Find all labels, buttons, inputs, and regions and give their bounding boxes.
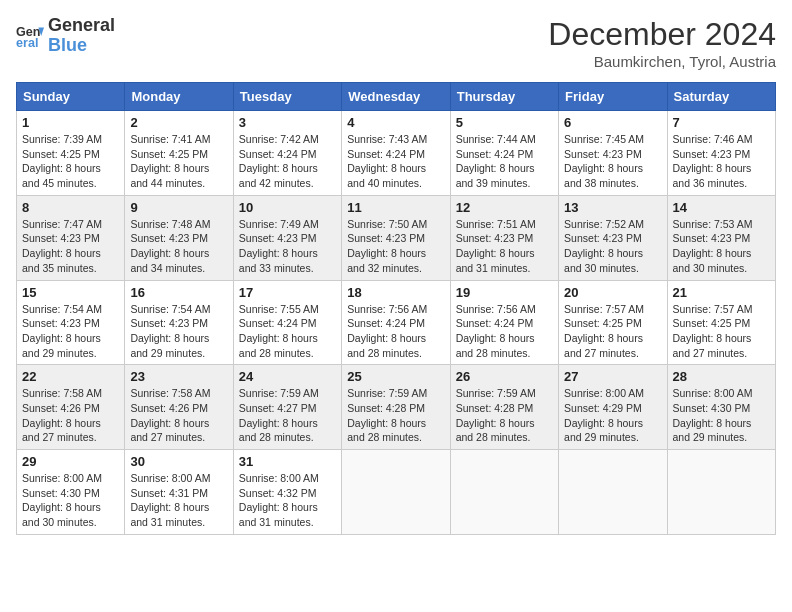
day-info: Sunrise: 8:00 AM Sunset: 4:30 PM Dayligh… [22,471,119,530]
calendar-cell: 16 Sunrise: 7:54 AM Sunset: 4:23 PM Dayl… [125,280,233,365]
day-number: 22 [22,369,119,384]
daylight-hours: Daylight: 8 hours and 35 minutes. [22,247,101,274]
calendar-cell: 29 Sunrise: 8:00 AM Sunset: 4:30 PM Dayl… [17,450,125,535]
daylight-hours: Daylight: 8 hours and 27 minutes. [673,332,752,359]
weekday-header-saturday: Saturday [667,83,775,111]
day-info: Sunrise: 7:59 AM Sunset: 4:28 PM Dayligh… [347,386,444,445]
day-number: 12 [456,200,553,215]
daylight-hours: Daylight: 8 hours and 39 minutes. [456,162,535,189]
calendar-table: SundayMondayTuesdayWednesdayThursdayFrid… [16,82,776,535]
calendar-cell: 15 Sunrise: 7:54 AM Sunset: 4:23 PM Dayl… [17,280,125,365]
day-info: Sunrise: 7:54 AM Sunset: 4:23 PM Dayligh… [22,302,119,361]
daylight-hours: Daylight: 8 hours and 28 minutes. [239,332,318,359]
daylight-hours: Daylight: 8 hours and 28 minutes. [239,417,318,444]
daylight-hours: Daylight: 8 hours and 31 minutes. [239,501,318,528]
sunrise-time: Sunrise: 7:50 AM [347,218,427,230]
weekday-header-wednesday: Wednesday [342,83,450,111]
sunrise-time: Sunrise: 8:00 AM [22,472,102,484]
calendar-cell: 22 Sunrise: 7:58 AM Sunset: 4:26 PM Dayl… [17,365,125,450]
day-number: 15 [22,285,119,300]
sunrise-time: Sunrise: 8:00 AM [130,472,210,484]
daylight-hours: Daylight: 8 hours and 38 minutes. [564,162,643,189]
daylight-hours: Daylight: 8 hours and 34 minutes. [130,247,209,274]
day-info: Sunrise: 8:00 AM Sunset: 4:30 PM Dayligh… [673,386,770,445]
daylight-hours: Daylight: 8 hours and 30 minutes. [564,247,643,274]
sunset-time: Sunset: 4:24 PM [456,317,534,329]
daylight-hours: Daylight: 8 hours and 29 minutes. [130,332,209,359]
day-number: 1 [22,115,119,130]
day-info: Sunrise: 7:56 AM Sunset: 4:24 PM Dayligh… [456,302,553,361]
calendar-cell: 24 Sunrise: 7:59 AM Sunset: 4:27 PM Dayl… [233,365,341,450]
sunrise-time: Sunrise: 7:54 AM [22,303,102,315]
daylight-hours: Daylight: 8 hours and 44 minutes. [130,162,209,189]
day-info: Sunrise: 7:59 AM Sunset: 4:28 PM Dayligh… [456,386,553,445]
calendar-cell: 27 Sunrise: 8:00 AM Sunset: 4:29 PM Dayl… [559,365,667,450]
title-block: December 2024 Baumkirchen, Tyrol, Austri… [548,16,776,70]
sunset-time: Sunset: 4:23 PM [564,148,642,160]
daylight-hours: Daylight: 8 hours and 45 minutes. [22,162,101,189]
day-info: Sunrise: 7:50 AM Sunset: 4:23 PM Dayligh… [347,217,444,276]
day-info: Sunrise: 7:44 AM Sunset: 4:24 PM Dayligh… [456,132,553,191]
calendar-cell [342,450,450,535]
daylight-hours: Daylight: 8 hours and 33 minutes. [239,247,318,274]
sunrise-time: Sunrise: 7:59 AM [456,387,536,399]
day-number: 6 [564,115,661,130]
day-number: 16 [130,285,227,300]
sunrise-time: Sunrise: 7:42 AM [239,133,319,145]
day-number: 31 [239,454,336,469]
daylight-hours: Daylight: 8 hours and 31 minutes. [130,501,209,528]
sunset-time: Sunset: 4:28 PM [347,402,425,414]
day-number: 29 [22,454,119,469]
daylight-hours: Daylight: 8 hours and 27 minutes. [22,417,101,444]
sunrise-time: Sunrise: 7:58 AM [130,387,210,399]
calendar-cell [450,450,558,535]
day-info: Sunrise: 7:48 AM Sunset: 4:23 PM Dayligh… [130,217,227,276]
sunset-time: Sunset: 4:25 PM [673,317,751,329]
sunset-time: Sunset: 4:23 PM [673,148,751,160]
sunset-time: Sunset: 4:24 PM [456,148,534,160]
daylight-hours: Daylight: 8 hours and 28 minutes. [347,332,426,359]
sunset-time: Sunset: 4:30 PM [673,402,751,414]
calendar-cell: 25 Sunrise: 7:59 AM Sunset: 4:28 PM Dayl… [342,365,450,450]
logo: Gen eral GeneralBlue [16,16,115,56]
sunset-time: Sunset: 4:24 PM [239,148,317,160]
calendar-cell: 5 Sunrise: 7:44 AM Sunset: 4:24 PM Dayli… [450,111,558,196]
sunset-time: Sunset: 4:23 PM [456,232,534,244]
week-row-4: 22 Sunrise: 7:58 AM Sunset: 4:26 PM Dayl… [17,365,776,450]
calendar-cell: 8 Sunrise: 7:47 AM Sunset: 4:23 PM Dayli… [17,195,125,280]
sunset-time: Sunset: 4:24 PM [347,148,425,160]
sunrise-time: Sunrise: 7:58 AM [22,387,102,399]
day-number: 18 [347,285,444,300]
day-number: 21 [673,285,770,300]
calendar-cell: 10 Sunrise: 7:49 AM Sunset: 4:23 PM Dayl… [233,195,341,280]
day-info: Sunrise: 7:56 AM Sunset: 4:24 PM Dayligh… [347,302,444,361]
day-info: Sunrise: 7:45 AM Sunset: 4:23 PM Dayligh… [564,132,661,191]
day-number: 4 [347,115,444,130]
sunset-time: Sunset: 4:23 PM [673,232,751,244]
sunrise-time: Sunrise: 7:44 AM [456,133,536,145]
day-number: 13 [564,200,661,215]
sunrise-time: Sunrise: 7:49 AM [239,218,319,230]
week-row-3: 15 Sunrise: 7:54 AM Sunset: 4:23 PM Dayl… [17,280,776,365]
sunrise-time: Sunrise: 8:00 AM [239,472,319,484]
daylight-hours: Daylight: 8 hours and 28 minutes. [456,417,535,444]
daylight-hours: Daylight: 8 hours and 32 minutes. [347,247,426,274]
sunset-time: Sunset: 4:26 PM [130,402,208,414]
sunrise-time: Sunrise: 7:53 AM [673,218,753,230]
sunrise-time: Sunrise: 7:52 AM [564,218,644,230]
daylight-hours: Daylight: 8 hours and 27 minutes. [130,417,209,444]
page-header: Gen eral GeneralBlue December 2024 Baumk… [16,16,776,70]
sunrise-time: Sunrise: 7:39 AM [22,133,102,145]
day-info: Sunrise: 7:54 AM Sunset: 4:23 PM Dayligh… [130,302,227,361]
sunrise-time: Sunrise: 7:55 AM [239,303,319,315]
daylight-hours: Daylight: 8 hours and 42 minutes. [239,162,318,189]
daylight-hours: Daylight: 8 hours and 27 minutes. [564,332,643,359]
daylight-hours: Daylight: 8 hours and 30 minutes. [22,501,101,528]
calendar-cell: 6 Sunrise: 7:45 AM Sunset: 4:23 PM Dayli… [559,111,667,196]
day-number: 9 [130,200,227,215]
calendar-cell: 19 Sunrise: 7:56 AM Sunset: 4:24 PM Dayl… [450,280,558,365]
daylight-hours: Daylight: 8 hours and 40 minutes. [347,162,426,189]
day-info: Sunrise: 7:49 AM Sunset: 4:23 PM Dayligh… [239,217,336,276]
sunset-time: Sunset: 4:23 PM [22,232,100,244]
weekday-header-sunday: Sunday [17,83,125,111]
